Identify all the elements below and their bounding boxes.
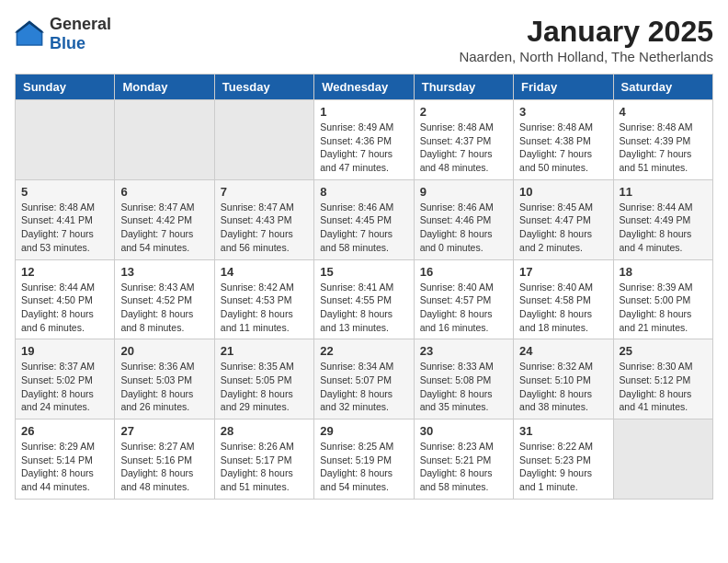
logo: General Blue <box>15 15 111 53</box>
day-info: Sunrise: 8:48 AM Sunset: 4:38 PM Dayligh… <box>519 121 607 175</box>
table-row: 3Sunrise: 8:48 AM Sunset: 4:38 PM Daylig… <box>514 100 613 180</box>
day-number: 5 <box>21 185 108 199</box>
title-section: January 2025 Naarden, North Holland, The… <box>459 15 713 64</box>
day-number: 9 <box>420 185 507 199</box>
calendar-week-row: 1Sunrise: 8:49 AM Sunset: 4:36 PM Daylig… <box>16 100 713 180</box>
day-info: Sunrise: 8:43 AM Sunset: 4:52 PM Dayligh… <box>120 281 208 335</box>
day-info: Sunrise: 8:48 AM Sunset: 4:41 PM Dayligh… <box>21 201 108 255</box>
table-row: 11Sunrise: 8:44 AM Sunset: 4:49 PM Dayli… <box>613 179 712 259</box>
day-info: Sunrise: 8:44 AM Sunset: 4:50 PM Dayligh… <box>21 281 108 335</box>
table-row: 25Sunrise: 8:30 AM Sunset: 5:12 PM Dayli… <box>613 339 712 419</box>
day-number: 31 <box>519 424 607 438</box>
day-info: Sunrise: 8:33 AM Sunset: 5:08 PM Dayligh… <box>420 360 507 414</box>
calendar-table: Sunday Monday Tuesday Wednesday Thursday… <box>15 74 713 500</box>
day-number: 2 <box>420 105 507 119</box>
day-info: Sunrise: 8:40 AM Sunset: 4:57 PM Dayligh… <box>420 281 507 335</box>
day-info: Sunrise: 8:25 AM Sunset: 5:19 PM Dayligh… <box>320 440 407 494</box>
table-row <box>115 100 214 180</box>
day-number: 25 <box>620 344 707 358</box>
table-row: 23Sunrise: 8:33 AM Sunset: 5:08 PM Dayli… <box>414 339 513 419</box>
day-number: 30 <box>420 424 507 438</box>
logo-blue: Blue <box>50 34 85 52</box>
location-title: Naarden, North Holland, The Netherlands <box>459 49 713 64</box>
day-info: Sunrise: 8:35 AM Sunset: 5:05 PM Dayligh… <box>221 360 308 414</box>
day-info: Sunrise: 8:47 AM Sunset: 4:42 PM Dayligh… <box>120 201 208 255</box>
day-number: 26 <box>21 424 108 438</box>
header-monday: Monday <box>115 75 214 100</box>
day-info: Sunrise: 8:42 AM Sunset: 4:53 PM Dayligh… <box>221 281 308 335</box>
table-row: 10Sunrise: 8:45 AM Sunset: 4:47 PM Dayli… <box>514 179 613 259</box>
calendar-week-row: 19Sunrise: 8:37 AM Sunset: 5:02 PM Dayli… <box>16 339 713 419</box>
day-info: Sunrise: 8:30 AM Sunset: 5:12 PM Dayligh… <box>620 360 707 414</box>
day-number: 14 <box>221 265 308 279</box>
day-number: 27 <box>120 424 208 438</box>
day-number: 6 <box>120 185 208 199</box>
day-number: 1 <box>320 105 407 119</box>
day-info: Sunrise: 8:47 AM Sunset: 4:43 PM Dayligh… <box>221 201 308 255</box>
day-number: 12 <box>21 265 108 279</box>
day-number: 16 <box>420 265 507 279</box>
header-sunday: Sunday <box>16 75 115 100</box>
page-header: General Blue January 2025 Naarden, North… <box>15 15 713 64</box>
logo-icon <box>15 19 44 49</box>
table-row: 12Sunrise: 8:44 AM Sunset: 4:50 PM Dayli… <box>16 259 115 339</box>
day-number: 24 <box>519 344 607 358</box>
day-info: Sunrise: 8:27 AM Sunset: 5:16 PM Dayligh… <box>120 440 208 494</box>
table-row: 24Sunrise: 8:32 AM Sunset: 5:10 PM Dayli… <box>514 339 613 419</box>
table-row: 30Sunrise: 8:23 AM Sunset: 5:21 PM Dayli… <box>414 419 513 500</box>
day-info: Sunrise: 8:23 AM Sunset: 5:21 PM Dayligh… <box>420 440 507 494</box>
day-number: 29 <box>320 424 407 438</box>
table-row: 8Sunrise: 8:46 AM Sunset: 4:45 PM Daylig… <box>314 179 414 259</box>
day-number: 23 <box>420 344 507 358</box>
day-number: 20 <box>120 344 208 358</box>
table-row: 18Sunrise: 8:39 AM Sunset: 5:00 PM Dayli… <box>613 259 712 339</box>
day-number: 13 <box>120 265 208 279</box>
day-info: Sunrise: 8:40 AM Sunset: 4:58 PM Dayligh… <box>519 281 607 335</box>
day-number: 18 <box>620 265 707 279</box>
day-info: Sunrise: 8:34 AM Sunset: 5:07 PM Dayligh… <box>320 360 407 414</box>
day-info: Sunrise: 8:46 AM Sunset: 4:46 PM Dayligh… <box>420 201 507 255</box>
day-info: Sunrise: 8:39 AM Sunset: 5:00 PM Dayligh… <box>620 281 707 335</box>
table-row: 28Sunrise: 8:26 AM Sunset: 5:17 PM Dayli… <box>214 419 313 500</box>
svg-marker-1 <box>17 24 41 44</box>
day-number: 19 <box>21 344 108 358</box>
day-info: Sunrise: 8:49 AM Sunset: 4:36 PM Dayligh… <box>320 121 407 175</box>
table-row: 31Sunrise: 8:22 AM Sunset: 5:23 PM Dayli… <box>514 419 613 500</box>
day-info: Sunrise: 8:36 AM Sunset: 5:03 PM Dayligh… <box>120 360 208 414</box>
table-row: 1Sunrise: 8:49 AM Sunset: 4:36 PM Daylig… <box>314 100 414 180</box>
day-number: 22 <box>320 344 407 358</box>
table-row <box>214 100 313 180</box>
day-info: Sunrise: 8:45 AM Sunset: 4:47 PM Dayligh… <box>519 201 607 255</box>
table-row: 22Sunrise: 8:34 AM Sunset: 5:07 PM Dayli… <box>314 339 414 419</box>
day-number: 15 <box>320 265 407 279</box>
header-thursday: Thursday <box>414 75 513 100</box>
day-number: 8 <box>320 185 407 199</box>
table-row: 6Sunrise: 8:47 AM Sunset: 4:42 PM Daylig… <box>115 179 214 259</box>
header-tuesday: Tuesday <box>214 75 313 100</box>
table-row: 21Sunrise: 8:35 AM Sunset: 5:05 PM Dayli… <box>214 339 313 419</box>
day-number: 11 <box>620 185 707 199</box>
day-info: Sunrise: 8:29 AM Sunset: 5:14 PM Dayligh… <box>21 440 108 494</box>
table-row: 27Sunrise: 8:27 AM Sunset: 5:16 PM Dayli… <box>115 419 214 500</box>
day-number: 28 <box>221 424 308 438</box>
day-info: Sunrise: 8:44 AM Sunset: 4:49 PM Dayligh… <box>620 201 707 255</box>
table-row: 29Sunrise: 8:25 AM Sunset: 5:19 PM Dayli… <box>314 419 414 500</box>
logo-general: General <box>50 15 111 33</box>
day-info: Sunrise: 8:46 AM Sunset: 4:45 PM Dayligh… <box>320 201 407 255</box>
table-row: 14Sunrise: 8:42 AM Sunset: 4:53 PM Dayli… <box>214 259 313 339</box>
table-row: 5Sunrise: 8:48 AM Sunset: 4:41 PM Daylig… <box>16 179 115 259</box>
day-number: 10 <box>519 185 607 199</box>
month-title: January 2025 <box>459 15 713 49</box>
calendar-week-row: 26Sunrise: 8:29 AM Sunset: 5:14 PM Dayli… <box>16 419 713 500</box>
table-row: 4Sunrise: 8:48 AM Sunset: 4:39 PM Daylig… <box>613 100 712 180</box>
header-saturday: Saturday <box>613 75 712 100</box>
calendar-header-row: Sunday Monday Tuesday Wednesday Thursday… <box>16 75 713 100</box>
calendar-week-row: 12Sunrise: 8:44 AM Sunset: 4:50 PM Dayli… <box>16 259 713 339</box>
table-row <box>16 100 115 180</box>
day-info: Sunrise: 8:22 AM Sunset: 5:23 PM Dayligh… <box>519 440 607 494</box>
day-info: Sunrise: 8:37 AM Sunset: 5:02 PM Dayligh… <box>21 360 108 414</box>
table-row: 2Sunrise: 8:48 AM Sunset: 4:37 PM Daylig… <box>414 100 513 180</box>
table-row: 15Sunrise: 8:41 AM Sunset: 4:55 PM Dayli… <box>314 259 414 339</box>
day-info: Sunrise: 8:32 AM Sunset: 5:10 PM Dayligh… <box>519 360 607 414</box>
table-row: 26Sunrise: 8:29 AM Sunset: 5:14 PM Dayli… <box>16 419 115 500</box>
